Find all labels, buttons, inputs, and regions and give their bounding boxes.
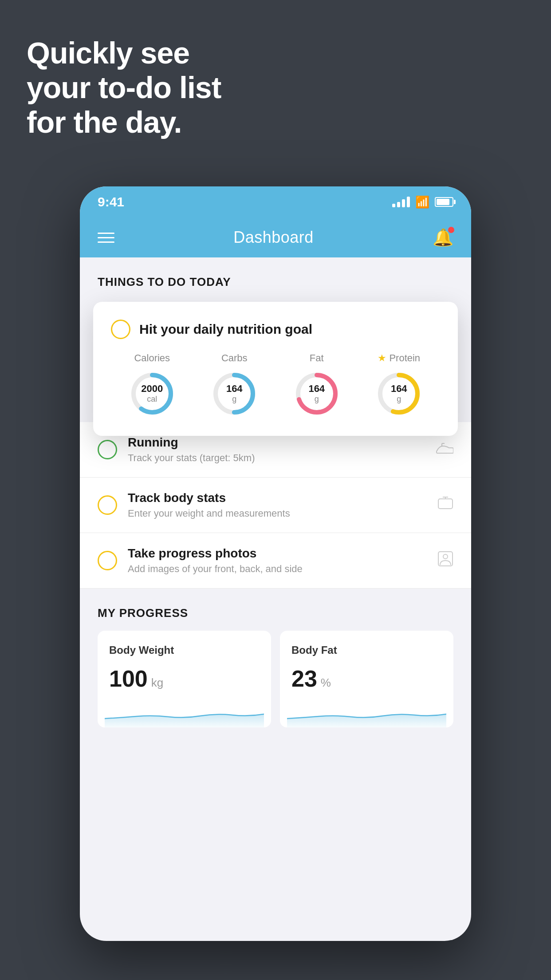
card-title-row: Hit your daily nutrition goal: [111, 320, 440, 339]
list-item[interactable]: Take progress photosAdd images of your f…: [80, 533, 471, 589]
donut-chart: 164 g: [292, 369, 341, 418]
nutrition-label: Carbs: [221, 352, 248, 364]
nutrition-item-fat: Fat 164 g: [292, 352, 341, 418]
hero-line3: for the day.: [27, 105, 221, 139]
progress-card[interactable]: Body Weight100kg: [98, 631, 271, 727]
nutrition-item-calories: Calories 2000 cal: [128, 352, 177, 418]
progress-card-title: Body Weight: [109, 644, 260, 656]
sparkline-chart: [287, 701, 446, 727]
signal-icon: [392, 197, 410, 207]
things-to-do-header: THINGS TO DO TODAY: [80, 257, 471, 298]
status-time: 9:41: [98, 194, 124, 209]
scale-icon: [437, 495, 453, 515]
battery-icon: [435, 197, 453, 207]
status-bar: 9:41 📶: [80, 186, 471, 217]
nutrition-card-title: Hit your daily nutrition goal: [139, 322, 312, 337]
main-content: THINGS TO DO TODAY Hit your daily nutrit…: [80, 257, 471, 727]
nutrition-item-carbs: Carbs 164 g: [210, 352, 259, 418]
nutrition-card: Hit your daily nutrition goal Calories 2…: [93, 302, 458, 436]
nutrition-check-circle[interactable]: [111, 320, 130, 339]
progress-card-title: Body Fat: [291, 644, 442, 656]
progress-section: MY PROGRESS Body Weight100kg Body Fat23%: [80, 606, 471, 727]
hero-line1: Quickly see: [27, 36, 221, 70]
nutrition-label: ★Protein: [378, 352, 420, 364]
nutrition-label: Fat: [310, 352, 324, 364]
check-circle[interactable]: [98, 440, 117, 459]
list-item-subtitle: Enter your weight and measurements: [128, 508, 427, 519]
todo-list: RunningTrack your stats (target: 5km) Tr…: [80, 422, 471, 589]
progress-value-row: 100kg: [109, 665, 260, 692]
donut-value: 2000 cal: [141, 383, 163, 404]
progress-number: 23: [291, 665, 317, 692]
person-icon: [437, 551, 453, 571]
app-header: Dashboard 🔔: [80, 217, 471, 257]
progress-value-row: 23%: [291, 665, 442, 692]
donut-chart: 164 g: [374, 369, 423, 418]
svg-point-12: [443, 554, 448, 559]
nutrition-item-protein: ★Protein 164 g: [374, 352, 423, 418]
donut-chart: 164 g: [210, 369, 259, 418]
list-item-title: Running: [128, 435, 425, 450]
hero-text: Quickly see your to-do list for the day.: [27, 36, 221, 140]
list-item[interactable]: Track body statsEnter your weight and me…: [80, 478, 471, 533]
phone-mockup: 9:41 📶 Dashboard 🔔 THINGS TO DO TODAY: [80, 186, 471, 941]
progress-cards: Body Weight100kg Body Fat23%: [98, 631, 453, 727]
progress-unit: %: [321, 676, 331, 690]
list-item-title: Take progress photos: [128, 546, 427, 561]
status-icons: 📶: [392, 195, 453, 209]
nutrition-grid: Calories 2000 cal Carbs 164 g Fat 164 g …: [111, 352, 440, 418]
donut-chart: 2000 cal: [128, 369, 177, 418]
donut-value: 164 g: [226, 383, 243, 404]
check-circle[interactable]: [98, 551, 117, 570]
progress-number: 100: [109, 665, 148, 692]
check-circle[interactable]: [98, 495, 117, 515]
donut-value: 164 g: [308, 383, 325, 404]
sparkline-chart: [105, 701, 264, 727]
progress-card[interactable]: Body Fat23%: [280, 631, 453, 727]
list-item-content: Track body statsEnter your weight and me…: [128, 491, 427, 519]
notification-dot: [448, 227, 454, 233]
list-item-subtitle: Track your stats (target: 5km): [128, 452, 425, 464]
list-item-subtitle: Add images of your front, back, and side: [128, 563, 427, 575]
notification-bell[interactable]: 🔔: [433, 228, 453, 247]
donut-value: 164 g: [391, 383, 407, 404]
progress-unit: kg: [151, 676, 163, 690]
list-item-content: RunningTrack your stats (target: 5km): [128, 435, 425, 464]
shoe-icon: [436, 440, 453, 459]
header-title: Dashboard: [233, 228, 314, 247]
list-item-content: Take progress photosAdd images of your f…: [128, 546, 427, 575]
nutrition-label: Calories: [134, 352, 170, 364]
svg-rect-8: [438, 499, 453, 509]
progress-header: MY PROGRESS: [98, 606, 453, 620]
list-item-title: Track body stats: [128, 491, 427, 505]
hero-line2: your to-do list: [27, 70, 221, 105]
menu-button[interactable]: [98, 233, 114, 243]
star-icon: ★: [378, 352, 386, 364]
wifi-icon: 📶: [415, 195, 429, 209]
